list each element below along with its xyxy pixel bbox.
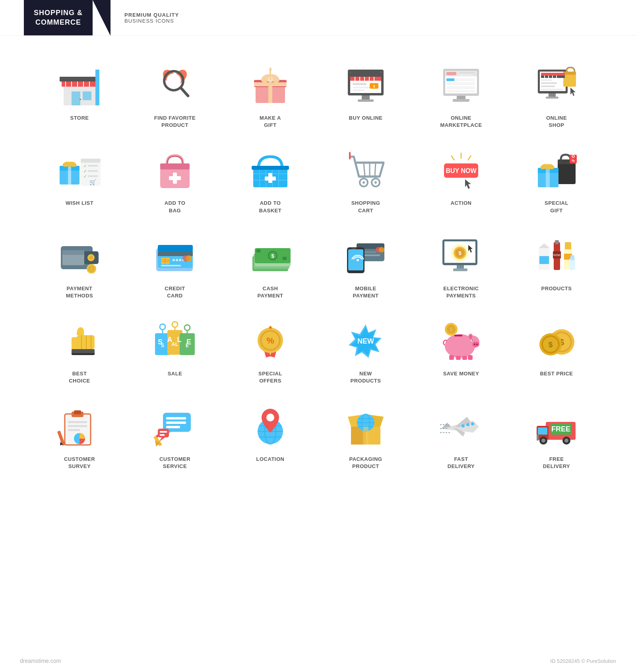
location-label: LOCATION bbox=[256, 456, 285, 463]
svg-line-102 bbox=[364, 163, 365, 177]
wish-list-label: WISH LIST bbox=[66, 200, 93, 207]
icon-find-favorite: FIND FAVORITEPRODUCT bbox=[127, 52, 223, 137]
svg-point-227 bbox=[474, 344, 475, 345]
svg-point-146 bbox=[173, 259, 175, 261]
icon-customer-service: CUSTOMERSERVICE bbox=[127, 393, 223, 478]
svg-point-299 bbox=[564, 439, 568, 443]
svg-rect-252 bbox=[74, 410, 81, 414]
svg-text:$: $ bbox=[450, 327, 453, 332]
svg-rect-256 bbox=[68, 425, 87, 427]
svg-rect-36 bbox=[353, 83, 366, 85]
icon-special-gift: % SPECIALGIFT bbox=[509, 137, 604, 222]
svg-rect-255 bbox=[68, 421, 87, 423]
icon-cash-payment: $ CASHPAYMENT bbox=[223, 222, 318, 307]
products-icon: WINE bbox=[531, 234, 582, 278]
svg-rect-52 bbox=[446, 86, 475, 89]
icon-free-delivery: FREE FREEDELIVERY bbox=[509, 393, 604, 478]
svg-rect-161 bbox=[283, 257, 287, 260]
best-choice-label: BESTCHOICE bbox=[69, 370, 90, 385]
svg-point-10 bbox=[80, 99, 81, 100]
shopping-cart-label: SHOPPINGCART bbox=[351, 200, 380, 214]
svg-text:$: $ bbox=[271, 253, 274, 259]
svg-point-201 bbox=[160, 324, 165, 330]
svg-point-152 bbox=[186, 255, 192, 262]
mobile-payment-icon bbox=[340, 234, 392, 278]
svg-rect-78 bbox=[81, 159, 101, 163]
svg-rect-295 bbox=[538, 427, 547, 435]
subtitle-line2: BUSINESS ICONS bbox=[124, 18, 179, 24]
svg-line-111 bbox=[468, 155, 471, 160]
svg-rect-160 bbox=[256, 249, 260, 252]
svg-rect-97 bbox=[252, 166, 289, 170]
svg-rect-169 bbox=[348, 249, 363, 270]
svg-rect-170 bbox=[351, 248, 356, 249]
icon-electronic-payments: $ ELECTRONICPAYMENTS bbox=[413, 222, 509, 307]
online-marketplace-icon bbox=[435, 64, 487, 107]
header-brand: SHOPPING & COMMERCE bbox=[24, 0, 93, 35]
svg-rect-263 bbox=[166, 426, 180, 428]
best-price-label: BEST PRICE bbox=[540, 370, 573, 377]
icon-best-choice: BESTCHOICE bbox=[32, 307, 127, 392]
svg-rect-140 bbox=[158, 245, 193, 251]
payment-methods-label: PAYMENTMETHODS bbox=[66, 285, 93, 299]
svg-point-108 bbox=[374, 181, 377, 184]
find-favorite-icon bbox=[149, 64, 201, 107]
svg-text:$: $ bbox=[458, 250, 461, 256]
svg-rect-185 bbox=[555, 240, 559, 244]
icon-action: BUY NOW ACTION bbox=[413, 137, 509, 222]
svg-rect-57 bbox=[546, 97, 558, 99]
svg-text:✦: ✦ bbox=[268, 66, 273, 73]
icon-sale: S AL E S A L E SALE bbox=[127, 307, 223, 392]
new-products-label: NEWPRODUCTS bbox=[351, 370, 381, 385]
buy-online-label: BUY ONLINE bbox=[349, 115, 383, 122]
customer-service-icon bbox=[149, 405, 201, 449]
customer-survey-icon bbox=[54, 405, 105, 449]
icon-save-money: $ SAVE MONEY bbox=[413, 307, 509, 392]
free-delivery-label: FREEDELIVERY bbox=[543, 456, 570, 470]
sale-label: SALE bbox=[168, 370, 182, 377]
svg-text:NEW: NEW bbox=[357, 337, 374, 345]
svg-rect-302 bbox=[537, 435, 539, 441]
credit-card-icon bbox=[149, 234, 201, 278]
svg-text:S: S bbox=[158, 338, 163, 346]
svg-point-226 bbox=[472, 342, 479, 347]
svg-rect-194 bbox=[77, 335, 95, 349]
icons-grid: STORE FIND FAVORITEPRODUCT bbox=[0, 36, 636, 494]
store-label: STORE bbox=[70, 115, 89, 122]
brand-title: SHOPPING & COMMERCE bbox=[34, 8, 83, 27]
svg-rect-87 bbox=[160, 163, 190, 169]
svg-point-205 bbox=[172, 322, 178, 327]
svg-text:✓: ✓ bbox=[83, 164, 87, 168]
sale-icon: S AL E S A L E bbox=[149, 319, 201, 363]
svg-text:A: A bbox=[167, 336, 173, 344]
svg-line-104 bbox=[375, 163, 376, 177]
fast-delivery-label: FASTDELIVERY bbox=[448, 456, 475, 470]
svg-rect-89 bbox=[169, 176, 181, 180]
special-offers-icon: % ★ bbox=[244, 319, 296, 363]
icon-buy-online: $ BUY ONLINE bbox=[318, 52, 413, 137]
icon-shopping-cart: SHOPPINGCART bbox=[318, 137, 413, 222]
svg-marker-117 bbox=[465, 179, 471, 189]
svg-rect-67 bbox=[541, 79, 552, 81]
svg-rect-267 bbox=[158, 429, 169, 437]
header-triangle bbox=[93, 0, 111, 36]
svg-point-107 bbox=[363, 181, 365, 184]
find-favorite-label: FIND FAVORITEPRODUCT bbox=[154, 115, 196, 129]
svg-rect-192 bbox=[570, 255, 574, 260]
svg-rect-53 bbox=[446, 90, 475, 92]
icon-fast-delivery: FASTDELIVERY bbox=[413, 393, 509, 478]
add-to-basket-icon bbox=[244, 149, 296, 192]
svg-point-287 bbox=[461, 424, 465, 427]
svg-rect-142 bbox=[161, 258, 170, 264]
icon-location: LOCATION bbox=[223, 393, 318, 478]
svg-rect-12 bbox=[95, 70, 99, 82]
svg-rect-261 bbox=[166, 417, 186, 420]
icon-online-shop: ONLINESHOP bbox=[509, 52, 604, 137]
svg-point-288 bbox=[466, 423, 469, 426]
svg-rect-68 bbox=[541, 82, 557, 84]
svg-rect-28 bbox=[358, 99, 374, 102]
svg-point-276 bbox=[266, 414, 274, 421]
header-subtitle: PREMIUM QUALITY BUSINESS ICONS bbox=[120, 0, 179, 35]
icon-credit-card: CREDITCARD bbox=[127, 222, 223, 307]
svg-rect-73 bbox=[68, 166, 71, 185]
